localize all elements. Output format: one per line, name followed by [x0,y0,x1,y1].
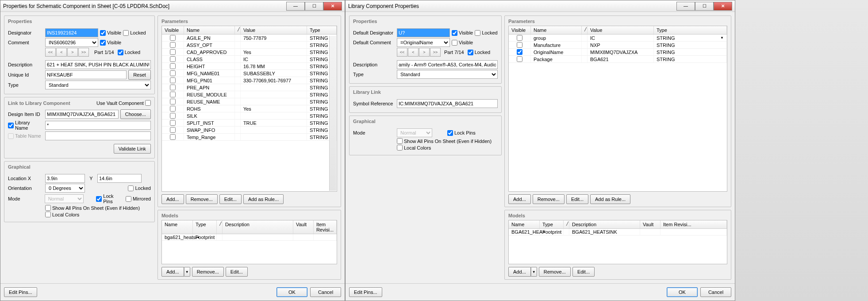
mcol-rev[interactable]: Item Revisi... [661,220,727,228]
col-type[interactable]: Type [654,26,727,34]
ok-button[interactable]: OK [277,287,307,297]
close-button[interactable]: ✕ [323,2,342,11]
titlebar[interactable]: Properties for Schematic Component in Sh… [0,0,345,12]
mcol-desc[interactable]: Description [569,220,640,228]
col-value[interactable]: Value [241,26,307,34]
ok-button[interactable]: OK [667,287,698,297]
defdes-input[interactable] [397,28,450,37]
choose-button[interactable]: Choose... [120,109,151,119]
designator-locked-checkbox[interactable] [123,30,129,36]
mcol-vault[interactable]: Vault [293,220,314,234]
part-last-button[interactable]: >> [78,48,89,57]
part-last-button[interactable]: >> [430,48,441,57]
cancel-button[interactable]: Cancel [700,287,731,297]
defcom-visible-checkbox[interactable] [452,40,457,46]
table-row[interactable]: group IC STRING▼ [509,35,727,42]
mcol-name[interactable]: Name [162,220,193,234]
model-add-button[interactable]: Add... [161,267,184,277]
part-first-button[interactable]: << [45,48,56,57]
table-row[interactable]: SPLIT_INST TRUE STRING [162,120,337,127]
param-remove-button[interactable]: Remove... [186,194,218,204]
param-visible-checkbox[interactable] [170,85,176,90]
comment-select[interactable]: INS6060296 [45,38,98,47]
param-visible-checkbox[interactable] [517,35,522,41]
localcolors-checkbox[interactable] [45,212,51,217]
param-visible-checkbox[interactable] [170,99,176,104]
table-row[interactable]: Temp_Range STRING [162,134,337,141]
col-name[interactable]: Name [531,26,582,34]
table-row[interactable]: bga621_heatsi▼ Footprint [162,234,337,241]
scrollbar[interactable] [329,36,336,191]
minimize-button[interactable]: — [676,2,695,11]
mcol-type[interactable]: Type [193,220,217,234]
model-edit-button[interactable]: Edit... [226,267,248,277]
col-value[interactable]: Value [588,26,654,34]
defcom-select[interactable]: =OriginalName [397,38,450,47]
table-row[interactable]: SILK STRING [162,112,337,120]
type-select[interactable]: Standard [397,70,498,79]
param-add-button[interactable]: Add... [508,194,531,204]
param-visible-checkbox[interactable] [170,77,176,83]
param-visible-checkbox[interactable] [170,70,176,76]
parameters-table[interactable]: Visible Name ╱ Value Type AGILE_PN 750-7… [161,26,337,192]
param-visible-checkbox[interactable] [170,42,176,48]
locx-input[interactable] [45,174,85,183]
table-row[interactable]: ROHS Yes STRING [162,105,337,112]
param-visible-checkbox[interactable] [170,92,176,97]
libname-checkbox[interactable] [8,123,14,128]
param-visible-checkbox[interactable] [170,35,176,41]
use-vault-checkbox[interactable] [145,100,151,106]
models-table[interactable]: Name Type ╱ Description Vault Item Revis… [508,220,727,264]
model-add-button[interactable]: Add... [508,267,531,277]
table-row[interactable]: REUSE_MODULE STRING [162,91,337,98]
lockpins-checkbox[interactable] [96,196,102,202]
param-visible-checkbox[interactable] [170,49,176,55]
locy-input[interactable] [97,174,142,183]
orientation-select[interactable]: 0 Degrees [45,184,85,193]
description-input[interactable] [397,60,498,69]
titlebar[interactable]: Library Component Properties — ☐ ✕ [346,0,735,12]
table-row[interactable]: HEIGHT 16.78 MM STRING [162,63,337,70]
model-add-dropdown[interactable]: ▼ [184,267,190,277]
symref-input[interactable] [397,99,498,108]
table-row[interactable]: Manufacture NXP STRING [509,42,727,49]
model-add-dropdown[interactable]: ▼ [531,267,537,277]
mcol-type[interactable]: Type [540,220,564,228]
cancel-button[interactable]: Cancel [310,287,341,297]
libname-input[interactable] [45,121,151,130]
models-table[interactable]: Name Type ╱ Description Vault Item Revis… [161,220,337,264]
editpins-button[interactable]: Edit Pins... [4,287,37,297]
param-visible-checkbox[interactable] [170,134,176,140]
lockpins-checkbox[interactable] [447,130,453,136]
param-remove-button[interactable]: Remove... [533,194,565,204]
mcol-vault[interactable]: Vault [640,220,661,228]
param-visible-checkbox[interactable] [170,127,176,133]
showallpins-checkbox[interactable] [397,138,403,144]
part-locked-checkbox[interactable] [118,50,123,55]
type-select[interactable]: Standard [45,81,151,89]
col-type[interactable]: Type [307,26,337,34]
validate-link-button[interactable]: Validate Link [114,144,151,154]
maximize-button[interactable]: ☐ [305,2,323,11]
param-visible-checkbox[interactable] [170,113,176,119]
param-visible-checkbox[interactable] [517,56,522,62]
part-locked-checkbox[interactable] [468,50,473,55]
param-visible-checkbox[interactable] [170,56,176,62]
defdes-visible-checkbox[interactable] [452,30,457,36]
mcol-desc[interactable]: Description [223,220,293,234]
table-row[interactable]: PRE_APN STRING [162,84,337,91]
param-rule-button[interactable]: Add as Rule... [590,194,630,204]
mcol-name[interactable]: Name [509,220,540,228]
table-row[interactable]: CAD_APPROVED Yes STRING [162,49,337,56]
param-visible-checkbox[interactable] [517,42,522,48]
table-row[interactable]: CLASS IC STRING▼ [162,56,337,63]
param-visible-checkbox[interactable] [170,120,176,126]
comment-visible-checkbox[interactable] [100,40,106,46]
uniqueid-input[interactable] [45,70,127,79]
col-visible[interactable]: Visible [162,26,184,34]
designator-input[interactable] [45,28,98,37]
minimize-button[interactable]: — [286,2,305,11]
mirrored-checkbox[interactable] [126,196,131,202]
parameters-table[interactable]: Visible Name ╱ Value Type group IC STRIN… [508,26,727,192]
param-visible-checkbox[interactable] [170,106,176,112]
